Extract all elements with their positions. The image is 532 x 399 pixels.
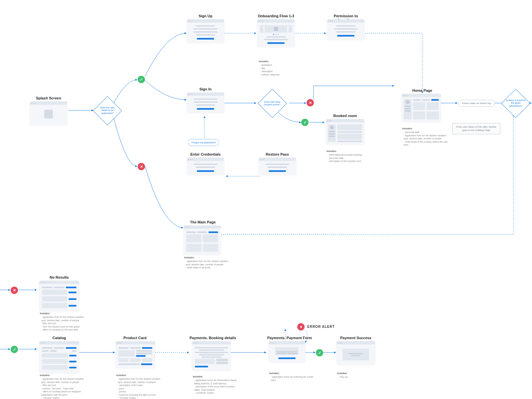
- flowchart-canvas: Splash Screen Does the user wants to be …: [0, 0, 532, 399]
- title-mainpage: The Main Page: [183, 220, 223, 224]
- notes-onboarding: Includes: - illustration - title - descr…: [259, 60, 305, 76]
- node-enter-creds[interactable]: [187, 158, 224, 175]
- title-noresults: No Results: [39, 275, 79, 279]
- check-icon: ✓: [11, 346, 18, 353]
- node-main-page[interactable]: [184, 225, 221, 254]
- check-icon: ✓: [138, 76, 145, 83]
- title-signup: Sign Up: [186, 14, 225, 18]
- info-offer-click: If the user clicks on the offer, he/she …: [452, 123, 500, 134]
- close-icon: ✕: [11, 287, 18, 294]
- close-icon: ✕: [307, 99, 314, 106]
- node-restore[interactable]: [259, 158, 296, 175]
- title-booked: Booked room: [325, 114, 365, 118]
- node-pay-success[interactable]: [336, 341, 375, 364]
- node-pay-form[interactable]: [269, 341, 305, 362]
- notes-catalog: Includes: - application form for the des…: [40, 374, 86, 399]
- decision-authorized[interactable]: Does the user wants to be authorized?: [93, 96, 122, 125]
- notes-noresults: Includes: - application form for the des…: [40, 312, 86, 332]
- decision-booked[interactable]: Does user have booked rooms?: [258, 89, 287, 118]
- check-icon: ✓: [301, 119, 309, 126]
- pill-forgot-password[interactable]: Forgot my password: [188, 139, 219, 146]
- label-error-alert: ERROR ALERT: [307, 325, 335, 329]
- title-splash: Splash Screen: [29, 96, 68, 100]
- notes-payform: Includes: - application forms for Enteri…: [269, 372, 316, 382]
- close-icon: ✕: [297, 323, 305, 331]
- node-permission[interactable]: [327, 19, 364, 39]
- node-product-card[interactable]: [116, 341, 155, 368]
- title-product: Product Card: [115, 336, 155, 340]
- node-splash[interactable]: [30, 101, 67, 125]
- node-onboarding[interactable]: ‹ ›: [257, 19, 295, 47]
- notes-paysuccess: Includes: - Pop Up: [337, 372, 384, 379]
- title-payform: Payments. Payment Form: [265, 336, 315, 340]
- node-pay-booking[interactable]: [192, 341, 231, 370]
- node-booked-room[interactable]: [326, 119, 364, 144]
- title-restore: Restore Pass: [257, 152, 297, 156]
- pill-enters-data: Enters data on future trip: [458, 100, 495, 107]
- title-paysuccess: Payment Success: [336, 336, 376, 340]
- node-no-results[interactable]: [39, 281, 79, 311]
- title-signin: Sign In: [186, 87, 225, 91]
- title-enter-creds: Enter Credentials: [186, 152, 225, 156]
- title-catalog: Catalog: [39, 336, 79, 340]
- close-icon: ✕: [138, 163, 145, 170]
- title-home: Home Page: [402, 88, 442, 92]
- check-icon: ✓: [316, 349, 323, 356]
- notes-mainpage: Includes: - application form for the des…: [184, 256, 231, 269]
- node-catalog[interactable]: [39, 341, 79, 372]
- title-onboarding: Onboarding Flow 1-3: [256, 14, 296, 18]
- node-signin[interactable]: [187, 92, 224, 112]
- notes-product: Includes: - application form for the des…: [116, 374, 163, 399]
- node-home[interactable]: [402, 94, 441, 121]
- notes-paybooking: Includes: - application forms for Reserv…: [193, 375, 239, 395]
- title-paybooking: Payments. Booking details: [190, 336, 236, 340]
- node-signup[interactable]: [187, 19, 224, 42]
- notes-home: Includes: - personal data - application …: [402, 127, 449, 147]
- decision-result[interactable]: Is there a result for the given paramete…: [501, 89, 530, 118]
- notes-booked: Includes: - information about past booki…: [327, 150, 373, 163]
